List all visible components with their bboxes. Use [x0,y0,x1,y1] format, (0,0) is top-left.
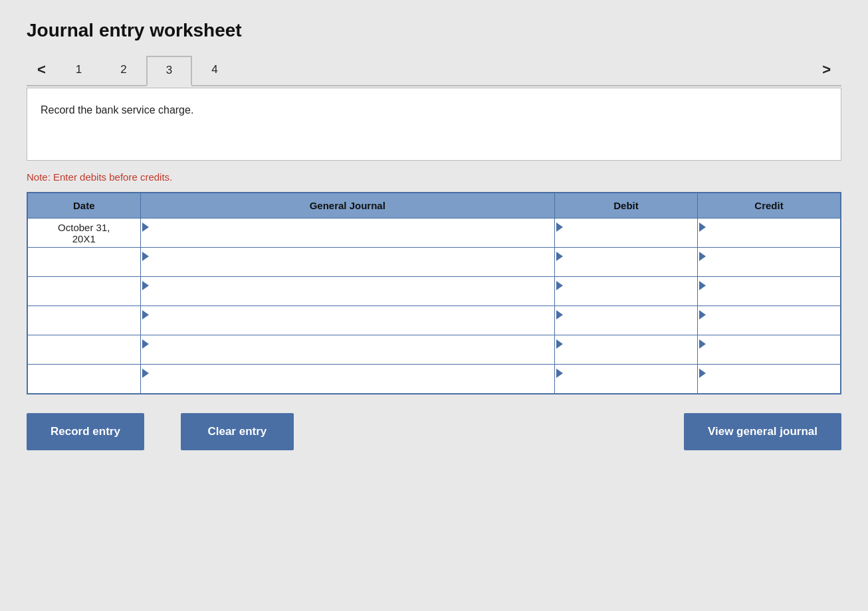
table-row [27,335,841,365]
table-row [27,248,841,277]
debit-input-3[interactable] [563,278,697,306]
tri-marker-credit-1 [699,222,706,232]
tri-marker-debit-3 [556,281,563,290]
journal-input-4[interactable] [149,307,555,335]
tab-2[interactable]: 2 [101,56,146,86]
date-cell-2 [27,248,140,277]
tri-marker-journal-4 [142,310,149,319]
table-row [27,306,841,335]
tab-prev-arrow[interactable]: < [27,54,56,85]
header-credit: Credit [698,193,841,218]
tri-marker-credit-4 [699,310,706,319]
tri-marker-debit-2 [556,252,563,261]
credit-cell-4[interactable] [698,306,841,335]
credit-cell-5[interactable] [698,335,841,365]
journal-cell-1[interactable] [140,218,555,248]
journal-input-3[interactable] [149,278,555,306]
tri-marker-journal-3 [142,281,149,290]
note-text: Note: Enter debits before credits. [27,171,841,183]
tri-marker-debit-6 [556,369,563,378]
journal-cell-2[interactable] [140,248,555,277]
table-row [27,365,841,394]
date-cell-1: October 31,20X1 [27,218,140,248]
credit-input-6[interactable] [706,366,840,393]
tri-marker-journal-5 [142,339,149,349]
header-journal: General Journal [140,193,555,218]
tri-marker-credit-3 [699,281,706,290]
journal-input-2[interactable] [149,249,555,276]
tab-navigation: < 1 2 3 4 > [27,54,841,86]
instruction-text: Record the bank service charge. [41,104,193,116]
journal-input-6[interactable] [149,366,555,393]
button-row: Record entry Clear entry View general jo… [27,413,841,450]
debit-input-1[interactable] [563,220,697,247]
debit-cell-2[interactable] [555,248,698,277]
journal-cell-3[interactable] [140,277,555,306]
journal-input-1[interactable] [149,220,555,247]
credit-input-2[interactable] [706,249,840,276]
record-entry-button[interactable]: Record entry [27,413,144,450]
debit-input-5[interactable] [563,337,697,364]
credit-cell-2[interactable] [698,248,841,277]
date-cell-4 [27,306,140,335]
tri-marker-debit-4 [556,310,563,319]
tab-4[interactable]: 4 [192,56,237,86]
page-title: Journal entry worksheet [27,20,841,41]
credit-input-5[interactable] [706,337,840,364]
journal-cell-5[interactable] [140,335,555,365]
credit-input-3[interactable] [706,278,840,306]
debit-cell-3[interactable] [555,277,698,306]
credit-input-1[interactable] [706,220,840,247]
date-cell-5 [27,335,140,365]
debit-cell-1[interactable] [555,218,698,248]
credit-input-4[interactable] [706,307,840,335]
tri-marker-journal-6 [142,369,149,378]
tri-marker-debit-5 [556,339,563,349]
journal-input-5[interactable] [149,337,555,364]
credit-cell-3[interactable] [698,277,841,306]
debit-cell-6[interactable] [555,365,698,394]
debit-cell-5[interactable] [555,335,698,365]
view-general-journal-button[interactable]: View general journal [684,413,841,450]
tri-marker-journal-1 [142,222,149,232]
tab-3[interactable]: 3 [146,56,192,86]
table-row: October 31,20X1 [27,218,841,248]
tri-marker-journal-2 [142,252,149,261]
debit-input-4[interactable] [563,307,697,335]
debit-input-6[interactable] [563,366,697,393]
credit-cell-1[interactable] [698,218,841,248]
tab-next-arrow[interactable]: > [812,54,841,85]
clear-entry-button[interactable]: Clear entry [181,413,294,450]
journal-cell-6[interactable] [140,365,555,394]
table-row [27,277,841,306]
header-date: Date [27,193,140,218]
date-cell-6 [27,365,140,394]
debit-cell-4[interactable] [555,306,698,335]
tri-marker-credit-2 [699,252,706,261]
journal-cell-4[interactable] [140,306,555,335]
debit-input-2[interactable] [563,249,697,276]
tri-marker-credit-6 [699,369,706,378]
header-debit: Debit [555,193,698,218]
tri-marker-debit-1 [556,222,563,232]
date-cell-3 [27,277,140,306]
journal-table: Date General Journal Debit Credit Octobe… [27,192,841,394]
tri-marker-credit-5 [699,339,706,349]
tab-1[interactable]: 1 [56,56,101,86]
credit-cell-6[interactable] [698,365,841,394]
instruction-box: Record the bank service charge. [27,88,841,161]
